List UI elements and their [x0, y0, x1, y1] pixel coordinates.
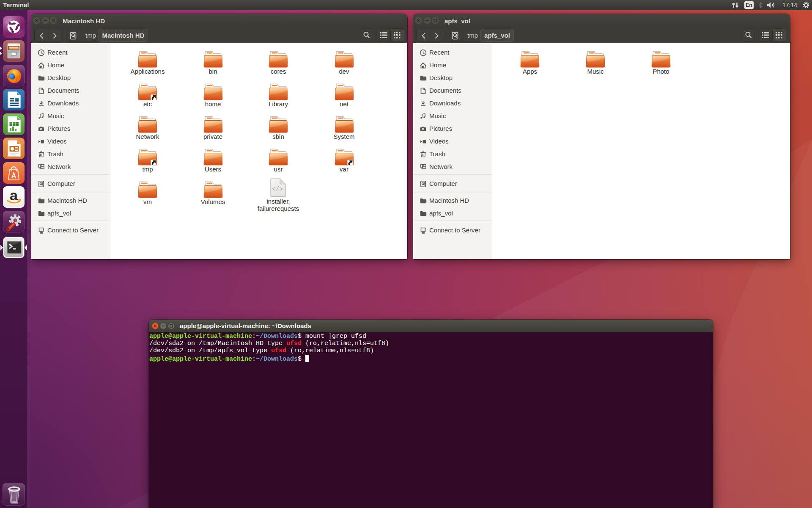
- svg-text:a: a: [10, 187, 18, 203]
